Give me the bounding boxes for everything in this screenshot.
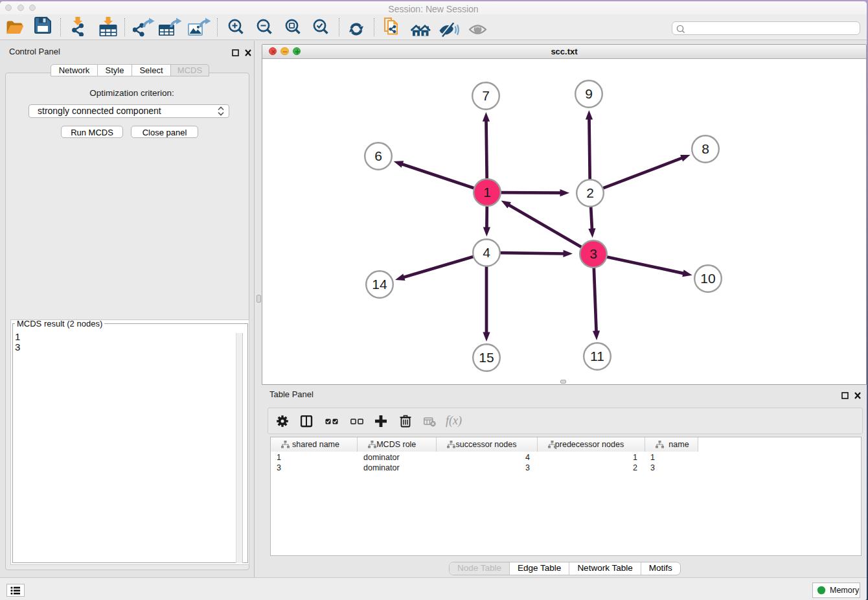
svg-text:14: 14 [372,277,387,292]
svg-text:2: 2 [586,185,594,200]
svg-text:1: 1 [483,185,491,200]
svg-text:9: 9 [585,86,593,101]
svg-text:11: 11 [590,349,604,363]
svg-text:15: 15 [479,350,494,365]
svg-text:10: 10 [700,271,715,286]
svg-text:6: 6 [374,148,382,163]
svg-text:4: 4 [483,245,490,260]
svg-text:8: 8 [702,141,709,156]
svg-text:3: 3 [589,246,597,261]
svg-text:7: 7 [482,88,490,103]
